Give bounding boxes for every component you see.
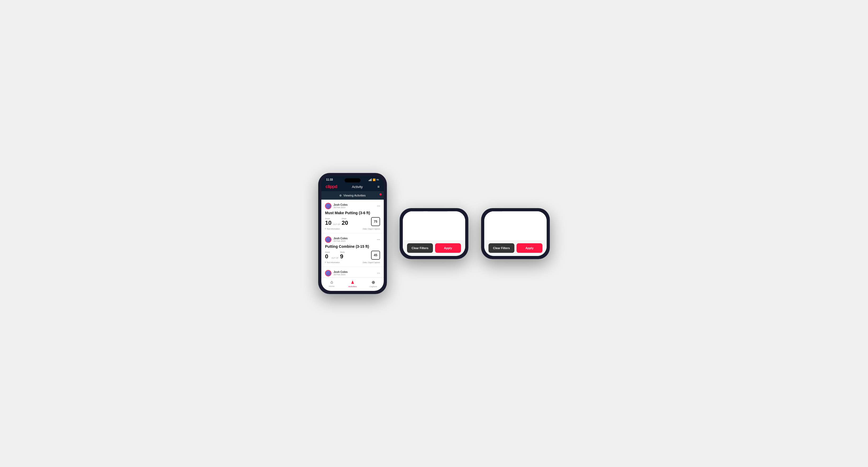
shots-stat-2: Shots 9 [340,251,345,259]
shot-quality-badge-2: 45 [371,251,380,260]
apply-button-3[interactable]: Apply [517,243,542,253]
user-info-3: Josh Coles 28 Feb 2023 [325,270,347,276]
activity-title-1: Must Make Putting (3-6 ft) [325,211,380,215]
avatar-img-3 [326,271,331,276]
home-icon-1: ⌂ [331,280,333,284]
app-header-1: clippd Activity ≡ [321,182,384,191]
activity-list-1: Josh Coles 28 Feb 2023 ··· Must Make Put… [321,200,384,277]
filter-sheet-2[interactable]: Filter ✕ Show Rounds Practice Drills Rou… [403,211,465,256]
filter-body-3: Show Rounds Practice Drills Practice Dri… [484,211,547,240]
user-info-1: Josh Coles 28 Feb 2023 [325,203,347,209]
wifi-icon: 📶 [373,179,376,181]
status-bar-1: 11:33 📶 51 [321,176,384,182]
activity-item-2[interactable]: Josh Coles 28 Feb 2023 ··· Putting Combi… [321,233,384,267]
more-dots-1[interactable]: ··· [377,204,380,208]
tournament-chip-2[interactable]: Tournament [427,211,448,212]
bar2 [369,180,370,181]
out-of-2: OUT OF [331,257,338,260]
home-label-1: Home [329,285,335,287]
data-text-1: Data: Clippd Capture [363,228,380,230]
avatar-1 [325,203,331,209]
rounds-chips-2: Practice Tournament [407,211,461,212]
user-date-3: 28 Feb 2023 [334,274,347,276]
user-name-1: Josh Coles [334,204,347,206]
clear-filters-button-3[interactable]: Clear Filters [489,243,515,253]
filter-icon-1: ⚙ [339,194,342,197]
activity-item-1[interactable]: Josh Coles 28 Feb 2023 ··· Must Make Put… [321,200,384,233]
phone-1: 11:33 📶 51 clippd Activity ≡ [318,173,387,294]
more-dots-3[interactable]: ··· [377,271,380,275]
user-name-2: Josh Coles [334,237,347,240]
spacer-3 [489,215,542,237]
score-stat-1: Score 10 [325,218,331,226]
activity-footer-2: ℹ Test Information Data: Clippd Capture [325,261,380,263]
practice-drill-chips-3: OTT APP ARG PUTT [489,211,542,212]
filter-sheet-3[interactable]: Filter ✕ Show Rounds Practice Drills Pra… [484,211,547,256]
score-stat-2: Score 0 [325,251,330,259]
score-value-2: 0 [325,253,328,260]
nav-capture-1[interactable]: ⊕ Capture [363,280,384,288]
user-details-2: Josh Coles 28 Feb 2023 [334,237,347,242]
activity-item-3[interactable]: Josh Coles 28 Feb 2023 ··· [321,267,384,277]
time-1: 11:33 [326,178,333,181]
avatar-img-2 [326,237,331,242]
filter-footer-2: Clear Filters Apply [403,240,465,256]
shots-value-1: 20 [342,219,348,226]
score-label-2: Score [325,251,330,253]
info-icon-1: ℹ [325,228,326,230]
avatar-img-1 [326,204,331,209]
menu-icon-1[interactable]: ≡ [377,185,379,189]
shots-stat-1: Shots 20 [342,218,348,226]
user-details-3: Josh Coles 28 Feb 2023 [334,271,347,276]
signal-bars-1 [369,179,372,181]
clear-filters-button-2[interactable]: Clear Filters [407,243,433,253]
user-details-1: Josh Coles 28 Feb 2023 [334,204,347,209]
shot-quality-badge-1: 75 [371,217,380,226]
user-date-2: 28 Feb 2023 [334,240,347,242]
practice-chip-2[interactable]: Practice [407,211,425,212]
battery-text: 51 [377,179,379,181]
score-value-1: 10 [325,219,331,226]
stats-row-2: Score 0 OUT OF Shots 9 45 [325,251,380,260]
scene: 11:33 📶 51 clippd Activity ≡ [302,157,566,310]
info-text-2: ℹ Test Information [325,261,340,263]
putt-chip-3[interactable]: PUTT [489,211,503,212]
activity-footer-1: ℹ Test Information Data: Clippd Capture [325,228,380,230]
score-label-1: Score [325,218,331,219]
filter-body-2: Show Rounds Practice Drills Rounds Pract… [403,211,465,240]
nav-home-1[interactable]: ⌂ Home [321,280,342,288]
bar1 [369,180,369,181]
activity-title-2: Putting Combine (3-15 ft) [325,244,380,249]
viewing-text-1: Viewing Activities [343,194,366,197]
user-name-3: Josh Coles [334,271,347,274]
nav-activities-1[interactable]: ♟ Activities [342,280,363,288]
stats-row-1: Score 10 OUT OF Shots 20 75 [325,217,380,226]
activities-icon-1: ♟ [351,280,354,285]
shot-quality-value-2: 45 [374,253,377,257]
status-icons-1: 📶 51 [369,179,379,181]
capture-label-1: Capture [369,285,377,288]
notification-dot-1 [379,193,382,195]
viewing-bar-1[interactable]: ⚙ Viewing Activities [321,191,384,200]
header-title-1: Activity [352,185,363,189]
filter-footer-3: Clear Filters Apply [484,240,547,256]
bar4 [371,179,372,181]
avatar-3 [325,270,331,276]
data-text-2: Data: Clippd Capture [363,261,380,263]
bottom-nav-1: ⌂ Home ♟ Activities ⊕ Capture [321,277,384,291]
shots-label-2: Shots [340,251,345,253]
bar3 [370,179,371,181]
phone-2: 11:33 📶 51 clippd Activity ≡ [400,208,468,259]
activities-label-1: Activities [348,285,357,288]
user-info-2: Josh Coles 28 Feb 2023 [325,237,347,243]
phone-3: 11:33 📶 51 clippd Activity ≡ [481,208,550,259]
apply-button-2[interactable]: Apply [435,243,461,253]
notch-1 [345,178,361,183]
shots-label-1: Shots [342,218,348,219]
info-icon-2: ℹ [325,261,326,263]
logo-1: clippd [326,184,337,189]
info-text-1: ℹ Test Information [325,228,340,230]
more-dots-2[interactable]: ··· [377,238,380,242]
shot-quality-value-1: 75 [374,220,377,223]
out-of-1: OUT OF [333,223,340,226]
